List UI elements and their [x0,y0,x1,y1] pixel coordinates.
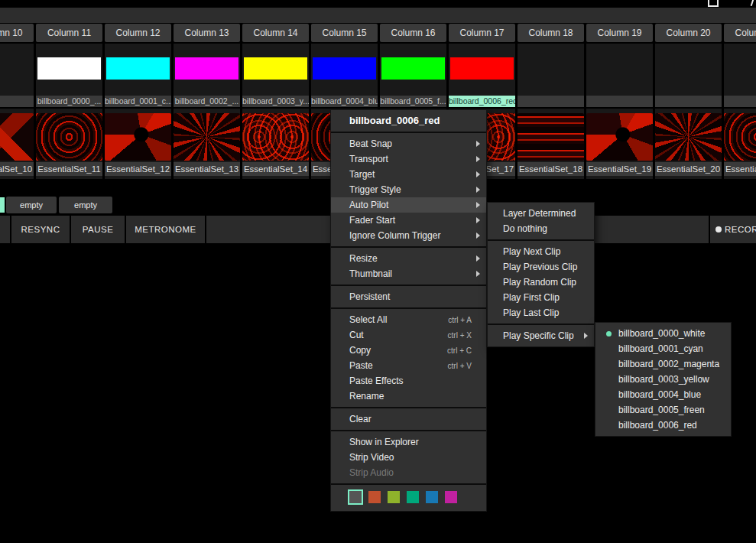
column-trigger-button[interactable]: Column 16 [380,24,446,42]
clip-slot[interactable]: EssentialSet_14 [242,109,309,179]
menu-item[interactable]: Layer Determined [488,206,594,221]
clip-slot[interactable] [0,44,34,107]
column-trigger-button[interactable]: Column 20 [655,24,722,42]
clip-color-thumbnail[interactable] [450,57,514,80]
metronome-button[interactable]: METRONOME [126,216,205,243]
clip-label[interactable] [586,96,653,107]
clip-label[interactable]: EssentialSet_20 [655,162,722,176]
menu-item[interactable]: Strip Audio [331,465,486,480]
column-trigger-button[interactable]: Column 19 [586,24,653,42]
layer-tab-empty-1[interactable]: empty [6,197,57,213]
menu-item[interactable]: Thumbnail [331,266,486,281]
menu-item[interactable]: Play Previous Clip [488,259,594,275]
color-swatch[interactable] [388,491,400,503]
menu-item[interactable]: Play Last Clip [488,305,594,320]
column-trigger-button[interactable]: Column 17 [449,24,515,42]
clip-slot[interactable]: EssentialSet_12 [105,109,171,179]
clip-video-thumbnail[interactable] [105,113,171,161]
menu-item[interactable]: Strip Video [331,450,486,465]
partial-toolbar-icon[interactable] [751,0,754,6]
menu-item[interactable]: billboard_0000_white [595,326,731,341]
menu-item[interactable]: Target [331,167,486,182]
clip-label[interactable]: EssentialSet_19 [586,162,653,176]
menu-item[interactable]: Clear [331,411,486,427]
menu-item[interactable]: Play Specific Clip [488,328,594,343]
clip-slot[interactable]: EssentialSet_19 [586,109,653,179]
clip-slot[interactable]: EssentialSet_21 [724,109,756,179]
menu-item[interactable]: billboard_0001_cyan [595,341,731,356]
clip-label[interactable]: billboard_0006_red [449,96,515,107]
clip-video-thumbnail[interactable] [518,113,584,161]
clip-slot[interactable]: billboard_0001_c... [105,44,171,107]
clip-label[interactable]: EssentialSet_13 [174,162,240,176]
menu-item[interactable]: Do nothing [488,221,594,236]
menu-item[interactable]: Persistent [331,289,486,304]
clip-label[interactable]: EssentialSet_21 [724,162,756,176]
clip-slot[interactable]: billboard_0000_... [36,44,102,107]
menu-item[interactable]: Beat Snap [331,136,486,151]
clip-label[interactable]: EssentialSet_12 [105,162,171,176]
clip-slot[interactable]: billboard_0003_y... [242,44,309,107]
clip-slot[interactable]: billboard_0004_blue [311,44,378,107]
menu-item[interactable]: Paste ctrl + V [331,358,486,373]
clip-video-thumbnail[interactable] [174,113,240,161]
column-trigger-button[interactable]: Column 15 [311,24,378,42]
clip-slot[interactable] [586,44,653,107]
clip-slot[interactable]: billboard_0006_red [449,44,515,107]
menu-item[interactable]: Fader Start [331,213,486,228]
clip-slot[interactable] [724,44,756,107]
layer-tab-empty-2[interactable]: empty [59,197,112,213]
clip-color-thumbnail[interactable] [175,57,238,80]
color-swatch[interactable] [349,491,362,503]
menu-item[interactable]: Play Random Clip [488,275,594,290]
menu-item[interactable]: Trigger Style [331,182,486,197]
menu-item[interactable]: Copy ctrl + C [331,343,486,358]
menu-item[interactable]: billboard_0005_freen [595,402,731,418]
clip-slot[interactable]: EssentialSet_18 [518,109,584,179]
pause-button[interactable]: PAUSE [71,216,125,243]
clip-label[interactable]: EssentialSet_14 [242,162,309,176]
clip-label[interactable]: billboard_0004_blue [311,96,378,107]
menu-item[interactable]: Play Next Clip [488,244,594,259]
clip-slot[interactable]: EssentialSet_11 [36,109,102,179]
color-swatch[interactable] [368,491,381,503]
resync-button[interactable]: RESYNC [11,216,70,243]
column-trigger-button[interactable]: Column 13 [174,24,240,42]
column-trigger-button[interactable]: Column 12 [105,24,171,42]
clip-label[interactable]: billboard_0001_c... [105,96,171,107]
menu-item[interactable]: Play First Clip [488,290,594,305]
menu-item[interactable]: billboard_0006_red [595,418,731,433]
clip-color-thumbnail[interactable] [244,57,307,80]
clip-label[interactable] [655,96,722,107]
clip-slot[interactable]: EssentialSet_10 [0,109,34,179]
clip-slot[interactable] [655,44,722,107]
clip-video-thumbnail[interactable] [586,113,653,161]
menu-item[interactable]: Paste Effects [331,373,486,389]
output-window-icon[interactable] [708,0,719,7]
menu-item[interactable]: Select All ctrl + A [331,312,486,327]
clip-video-thumbnail[interactable] [724,113,756,161]
clip-label[interactable]: billboard_0000_... [36,96,102,107]
menu-item[interactable]: Ignore Column Trigger [331,228,486,243]
clip-label[interactable] [518,96,584,107]
clip-slot[interactable] [518,44,584,107]
clip-video-thumbnail[interactable] [0,113,34,161]
clip-color-thumbnail[interactable] [381,57,445,80]
clip-label[interactable] [0,96,34,107]
menu-item[interactable]: Auto Pilot [331,197,486,213]
color-swatch[interactable] [445,491,457,503]
clip-label[interactable]: billboard_0003_y... [242,96,309,107]
menu-item[interactable]: billboard_0004_blue [595,387,731,402]
column-trigger-button[interactable]: Column 11 [36,24,102,42]
clip-label[interactable]: EssentialSet_11 [36,162,102,176]
menu-item[interactable]: Rename [331,389,486,404]
clip-video-thumbnail[interactable] [36,113,102,161]
menu-item[interactable]: billboard_0003_yellow [595,372,731,387]
menu-item[interactable]: Cut ctrl + X [331,327,486,343]
clip-slot[interactable]: billboard_0005_f... [380,44,446,107]
color-swatch[interactable] [426,491,438,503]
record-button[interactable]: RECORD [715,216,756,243]
menu-item[interactable]: Transport [331,151,486,167]
menu-item[interactable]: billboard_0002_magenta [595,356,731,372]
column-trigger-button[interactable]: Column 10 [0,24,34,42]
